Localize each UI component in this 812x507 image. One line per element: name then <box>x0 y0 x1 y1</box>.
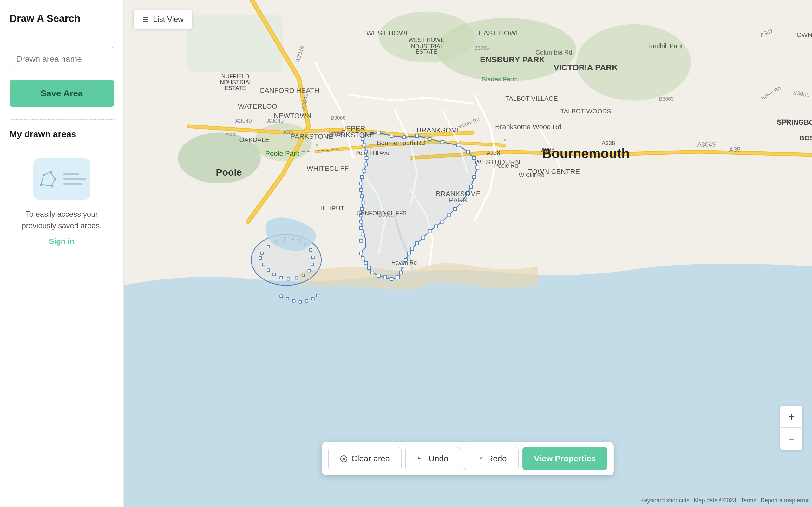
svg-text:Bournemouth: Bournemouth <box>542 146 629 161</box>
svg-text:BOSCOMI...: BOSCOMI... <box>799 134 812 142</box>
report-error-link[interactable]: Report a map error <box>761 497 809 504</box>
svg-text:B3063: B3063 <box>474 45 489 51</box>
undo-button[interactable]: Undo <box>405 447 460 470</box>
svg-text:Columbia Rd: Columbia Rd <box>536 49 572 56</box>
svg-rect-76 <box>311 263 314 266</box>
svg-text:Bournemouth Rd: Bournemouth Rd <box>377 139 425 147</box>
zoom-in-button[interactable]: + <box>780 406 803 428</box>
clear-area-button[interactable]: Clear area <box>328 447 402 470</box>
icon-line-2 <box>63 178 86 180</box>
svg-text:✕: ✕ <box>315 143 319 148</box>
svg-text:OAKDALE: OAKDALE <box>239 136 269 143</box>
svg-rect-81 <box>280 276 282 279</box>
svg-text:Slades Farm: Slades Farm <box>482 76 518 83</box>
svg-rect-43 <box>377 274 380 277</box>
svg-rect-56 <box>360 194 363 198</box>
svg-rect-45 <box>368 266 371 269</box>
svg-rect-92 <box>316 294 319 297</box>
svg-text:EAST HOWE: EAST HOWE <box>478 29 520 37</box>
svg-point-10 <box>576 24 691 101</box>
svg-rect-18 <box>428 137 431 140</box>
svg-rect-68 <box>267 245 270 248</box>
svg-rect-52 <box>359 220 362 223</box>
map-attribution: Keyboard shortcuts Map data ©2023 Terms … <box>640 497 809 504</box>
svg-rect-83 <box>267 269 270 271</box>
svg-rect-67 <box>261 252 263 255</box>
svg-rect-2 <box>43 174 45 176</box>
svg-rect-35 <box>410 247 414 250</box>
draw-area-icon <box>38 168 60 190</box>
svg-text:B3061: B3061 <box>331 131 346 136</box>
empty-areas-icon <box>33 158 90 200</box>
svg-rect-3 <box>49 171 52 174</box>
svg-rect-88 <box>293 300 295 302</box>
svg-rect-24 <box>473 176 476 179</box>
zoom-out-button[interactable]: − <box>780 428 803 450</box>
svg-rect-33 <box>421 236 425 239</box>
svg-text:VICTORIA PARK: VICTORIA PARK <box>554 63 618 72</box>
svg-text:A338: A338 <box>487 150 500 156</box>
undo-icon <box>417 455 425 463</box>
svg-rect-64 <box>362 144 366 147</box>
svg-text:INDUSTRIAL: INDUSTRIAL <box>218 79 252 86</box>
svg-text:TOWN: TOWN <box>793 32 812 38</box>
svg-rect-42 <box>384 276 387 279</box>
svg-rect-90 <box>305 300 308 302</box>
view-properties-button[interactable]: View Properties <box>522 447 608 470</box>
my-drawn-areas-title: My drawn areas <box>9 129 114 139</box>
svg-rect-51 <box>359 227 362 230</box>
icon-line-1 <box>63 173 79 175</box>
svg-text:PARK: PARK <box>449 196 468 204</box>
list-view-button[interactable]: List View <box>133 9 192 29</box>
svg-rect-5 <box>51 185 53 187</box>
svg-rect-61 <box>364 163 367 166</box>
terms-link[interactable]: Terms <box>741 497 756 504</box>
svg-text:A3049: A3049 <box>267 118 284 124</box>
svg-rect-48 <box>359 252 362 255</box>
svg-rect-40 <box>396 276 399 279</box>
svg-text:WATERLOO: WATERLOO <box>238 102 277 110</box>
svg-rect-78 <box>302 274 305 277</box>
map-background: WEST HOWE WEST HOWE INDUSTRIAL ESTATE EA… <box>124 0 812 507</box>
svg-text:W Cliff Rd: W Cliff Rd <box>519 172 544 178</box>
svg-rect-15 <box>390 134 393 137</box>
svg-rect-46 <box>364 262 367 265</box>
sign-in-link[interactable]: Sign in <box>49 237 74 246</box>
svg-text:WHITECLIFF: WHITECLIFF <box>307 164 349 172</box>
empty-areas-container: To easily access your previously saved a… <box>9 158 114 246</box>
bottom-toolbar: Clear area Undo Redo View Properties <box>322 442 614 475</box>
clear-icon <box>340 455 348 463</box>
svg-rect-39 <box>399 271 403 274</box>
sidebar: Draw A Search Save Area My drawn areas <box>0 0 124 507</box>
svg-rect-85 <box>259 257 262 259</box>
save-area-button[interactable]: Save Area <box>9 80 114 107</box>
svg-text:Poole Park: Poole Park <box>265 150 300 158</box>
svg-rect-60 <box>362 169 366 172</box>
map-container[interactable]: WEST HOWE WEST HOWE INDUSTRIAL ESTATE EA… <box>124 0 812 507</box>
svg-rect-9 <box>188 15 283 72</box>
svg-text:SPRINGBOURNE: SPRINGBOURNE <box>777 118 812 126</box>
svg-rect-21 <box>466 150 469 153</box>
svg-text:Branksome Wood Rd: Branksome Wood Rd <box>495 123 562 131</box>
svg-rect-31 <box>435 225 438 228</box>
svg-text:TALBOT VILLAGE: TALBOT VILLAGE <box>505 95 558 102</box>
svg-text:A35: A35 <box>729 146 741 153</box>
svg-text:BRANKSOME: BRANKSOME <box>417 126 461 134</box>
svg-text:ESTATE: ESTATE <box>224 85 246 91</box>
empty-text: To easily access your previously saved a… <box>21 209 101 231</box>
redo-button[interactable]: Redo <box>464 447 518 470</box>
area-name-input[interactable] <box>9 47 114 71</box>
svg-text:PARKSTONE: PARKSTONE <box>291 132 333 140</box>
svg-rect-80 <box>287 278 290 280</box>
svg-rect-19 <box>441 140 444 144</box>
svg-rect-47 <box>361 257 364 260</box>
svg-rect-59 <box>360 176 363 179</box>
svg-rect-86 <box>280 295 282 297</box>
svg-rect-161 <box>143 21 148 21</box>
svg-text:A338: A338 <box>541 147 554 153</box>
keyboard-shortcuts-link[interactable]: Keyboard shortcuts <box>640 497 689 504</box>
svg-text:NUFFIELD: NUFFIELD <box>221 73 249 79</box>
divider-2 <box>9 119 114 120</box>
svg-text:TALBOT WOODS: TALBOT WOODS <box>560 108 611 115</box>
svg-rect-75 <box>312 256 314 259</box>
